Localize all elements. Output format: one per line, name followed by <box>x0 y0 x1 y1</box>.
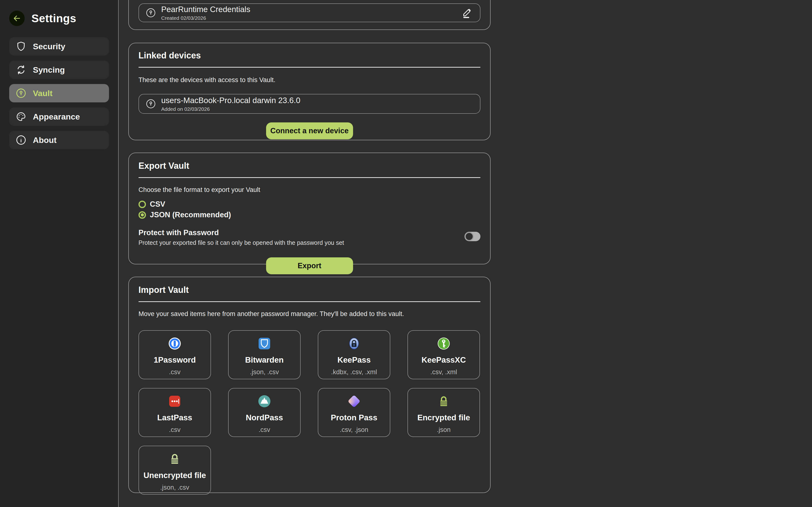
sidebar-item-label: Appearance <box>33 112 80 121</box>
onepassword-icon <box>168 337 181 350</box>
protect-description: Protect your exported file so it can onl… <box>139 239 344 246</box>
sidebar-item-label: About <box>33 135 57 145</box>
radio-json-label: JSON (Recommended) <box>150 211 231 219</box>
import-source-formats: .kdbx, .csv, .xml <box>331 369 377 376</box>
nordpass-icon <box>258 395 271 408</box>
sidebar-item-security[interactable]: Security <box>9 37 109 56</box>
import-tile-protonpass[interactable]: Proton Pass .csv, .json <box>318 388 390 437</box>
import-source-name: Unencrypted file <box>144 471 206 480</box>
sidebar-item-label: Security <box>33 42 65 51</box>
radio-json[interactable] <box>139 211 146 219</box>
import-source-name: NordPass <box>246 413 283 422</box>
sidebar-item-vault[interactable]: Vault <box>9 84 109 102</box>
import-tile-keepass[interactable]: KeePass .kdbx, .csv, .xml <box>318 330 390 379</box>
import-source-formats: .json, .csv <box>160 484 189 491</box>
sidebar-item-label: Vault <box>33 89 52 98</box>
import-vault-title: Import Vault <box>139 285 480 295</box>
import-vault-card: Import Vault Move your saved items here … <box>128 277 491 493</box>
linked-devices-title: Linked devices <box>139 50 480 61</box>
import-tile-encrypted-file[interactable]: Encrypted file .json <box>407 388 480 437</box>
radio-csv-label: CSV <box>150 200 165 209</box>
import-source-name: KeePassXC <box>421 355 466 364</box>
sidebar-item-about[interactable]: About <box>9 131 109 149</box>
device-added-date: Added on 02/03/2026 <box>161 106 300 112</box>
import-tile-nordpass[interactable]: NordPass .csv <box>228 388 301 437</box>
radio-option-json[interactable]: JSON (Recommended) <box>139 210 480 220</box>
credential-created-date: Created 02/03/2026 <box>161 15 250 21</box>
unencrypted-file-icon <box>168 452 181 465</box>
linked-devices-description: These are the devices with access to thi… <box>139 76 480 84</box>
protect-text: Protect with Password Protect your expor… <box>139 228 344 246</box>
back-arrow-icon <box>13 14 21 22</box>
palette-icon <box>15 111 27 122</box>
credentials-card: PearRuntime Credentials Created 02/03/20… <box>128 0 491 30</box>
device-name: users-MacBook-Pro.local darwin 23.6.0 <box>161 96 300 105</box>
import-sources-grid: 1Password .csv Bitwarden .json, .csv Kee… <box>139 330 480 495</box>
toggle-knob <box>465 232 474 241</box>
key-icon <box>15 88 27 99</box>
radio-csv[interactable] <box>139 201 146 208</box>
import-source-name: Proton Pass <box>331 413 377 422</box>
bitwarden-icon <box>258 337 271 350</box>
sidebar-item-appearance[interactable]: Appearance <box>9 107 109 126</box>
info-icon <box>15 134 27 146</box>
import-source-formats: .csv, .json <box>340 426 368 434</box>
sidebar-item-label: Syncing <box>33 65 65 74</box>
credential-item[interactable]: PearRuntime Credentials Created 02/03/20… <box>139 3 480 22</box>
protect-title: Protect with Password <box>139 228 344 237</box>
encrypted-file-icon <box>438 395 450 408</box>
shield-icon <box>15 41 27 52</box>
import-source-formats: .csv <box>169 369 181 376</box>
export-button[interactable]: Export <box>266 258 353 274</box>
back-button[interactable] <box>9 11 24 26</box>
radio-option-csv[interactable]: CSV <box>139 199 480 210</box>
sync-icon <box>15 64 27 75</box>
import-tile-lastpass[interactable]: LastPass .csv <box>139 388 211 437</box>
sidebar-item-syncing[interactable]: Syncing <box>9 61 109 79</box>
import-source-formats: .json <box>437 426 451 434</box>
import-source-name: Bitwarden <box>245 355 284 364</box>
import-source-name: Encrypted file <box>417 413 470 422</box>
connect-new-device-button[interactable]: Connect a new device <box>266 122 353 139</box>
protect-password-toggle[interactable] <box>464 232 480 241</box>
keepass-icon <box>348 337 360 350</box>
page-title: Settings <box>32 12 76 25</box>
sidebar-header: Settings <box>0 0 118 26</box>
protonpass-icon <box>349 395 359 408</box>
key-circle-icon <box>145 7 156 18</box>
linked-devices-card: Linked devices These are the devices wit… <box>128 43 491 140</box>
import-source-formats: .csv, .xml <box>430 369 457 376</box>
divider <box>139 177 480 178</box>
lastpass-icon <box>168 395 181 408</box>
vault-settings-content: PearRuntime Credentials Created 02/03/20… <box>119 0 812 507</box>
import-vault-description: Move your saved items here from another … <box>139 310 480 318</box>
import-source-name: 1Password <box>154 355 196 364</box>
import-source-name: LastPass <box>157 413 192 422</box>
credential-title: PearRuntime Credentials <box>161 5 250 14</box>
export-vault-card: Export Vault Choose the file format to e… <box>128 153 491 264</box>
divider <box>139 301 480 302</box>
import-source-formats: .json, .csv <box>250 369 279 376</box>
import-source-name: KeePass <box>337 355 371 364</box>
import-tile-unencrypted-file[interactable]: Unencrypted file .json, .csv <box>139 446 211 495</box>
protect-with-password-row: Protect with Password Protect your expor… <box>139 228 480 246</box>
device-item[interactable]: users-MacBook-Pro.local darwin 23.6.0 Ad… <box>139 94 480 114</box>
import-source-formats: .csv <box>259 426 270 434</box>
sidebar-nav: Security Syncing Vault Appearance About <box>9 37 109 149</box>
import-source-formats: .csv <box>169 426 181 434</box>
import-tile-keepassxc[interactable]: KeePassXC .csv, .xml <box>407 330 480 379</box>
edit-pencil-icon[interactable] <box>460 6 474 19</box>
device-text: users-MacBook-Pro.local darwin 23.6.0 Ad… <box>161 96 300 112</box>
export-format-description: Choose the file format to export your Va… <box>139 186 480 193</box>
keepassxc-icon <box>438 337 450 350</box>
divider <box>139 67 480 68</box>
settings-sidebar: Settings Security Syncing Vault Appearan… <box>0 0 119 507</box>
import-tile-bitwarden[interactable]: Bitwarden .json, .csv <box>228 330 301 379</box>
key-circle-icon <box>145 98 156 109</box>
import-tile-1password[interactable]: 1Password .csv <box>139 330 211 379</box>
export-vault-title: Export Vault <box>139 161 480 171</box>
credential-text: PearRuntime Credentials Created 02/03/20… <box>161 5 250 21</box>
